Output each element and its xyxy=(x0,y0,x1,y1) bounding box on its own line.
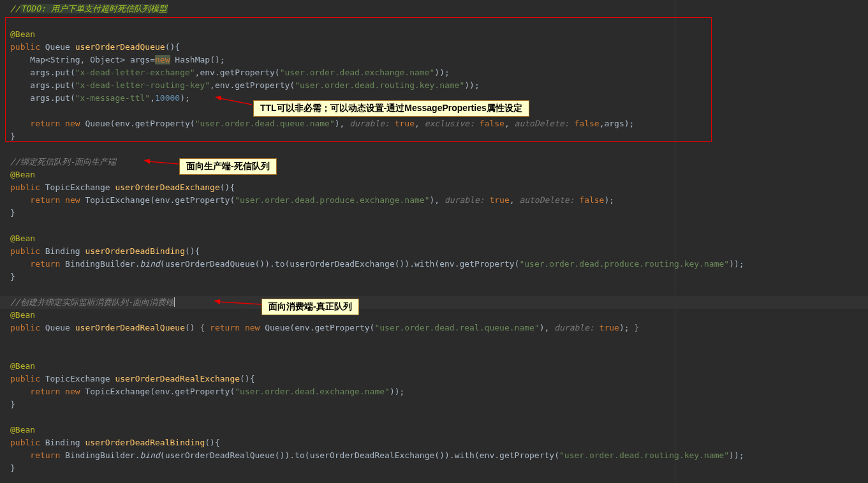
code-line[interactable] xyxy=(0,283,868,296)
kw: public xyxy=(10,246,40,256)
kw: new xyxy=(65,195,80,205)
type: Queue xyxy=(45,42,70,52)
code-line[interactable]: args.put("x-dead-letter-exchange",env.ge… xyxy=(0,66,868,79)
code-line[interactable]: } xyxy=(0,271,868,283)
annotation: @Bean xyxy=(10,29,35,39)
method-decl: userOrderDeadBinding xyxy=(85,246,185,256)
bool: false xyxy=(579,195,604,205)
code-line[interactable]: Map<String, Object> args=new HashMap(); xyxy=(0,54,868,66)
kw: return xyxy=(210,323,240,332)
annotation: @Bean xyxy=(10,361,35,371)
kw: return xyxy=(30,450,60,460)
method: to xyxy=(275,259,285,269)
code-line[interactable]: public TopicExchange userOrderDeadRealEx… xyxy=(0,373,868,385)
param-hint: durable: xyxy=(445,195,489,205)
method: getProperty xyxy=(314,323,369,332)
kw: new xyxy=(155,55,170,64)
method-decl: userOrderDeadRealQueue xyxy=(75,323,185,332)
code-line[interactable] xyxy=(0,334,868,347)
code-line[interactable]: @Bean xyxy=(0,309,868,322)
string: "user.order.dead.routing.key.name" xyxy=(295,80,464,90)
type: Map xyxy=(30,55,45,64)
code-line[interactable]: public Queue userOrderDeadRealQueue() { … xyxy=(0,322,868,334)
var: env xyxy=(155,195,170,205)
code-line[interactable]: @Bean xyxy=(0,168,868,181)
method: bind xyxy=(140,259,160,269)
code-line[interactable]: @Bean xyxy=(0,424,868,436)
type: BindingBuilder xyxy=(65,259,135,269)
code-line[interactable] xyxy=(0,347,868,360)
method: with xyxy=(455,450,474,460)
kw: public xyxy=(10,182,40,192)
kw: public xyxy=(10,323,40,332)
param-hint: autoDelete: xyxy=(515,119,575,128)
param-hint: autoDelete: xyxy=(519,195,579,205)
type: BindingBuilder xyxy=(65,450,135,460)
code-line[interactable] xyxy=(0,15,868,28)
method-decl: userOrderDeadQueue xyxy=(75,42,165,52)
code-line[interactable] xyxy=(0,143,868,156)
type: HashMap xyxy=(175,55,210,64)
bool: true xyxy=(489,195,509,205)
method: put xyxy=(55,80,70,90)
code-line[interactable]: args.put("x-dead-letter-routing-key",env… xyxy=(0,79,868,92)
var: env xyxy=(200,68,214,77)
code-line[interactable]: args.put("x-message-ttl",10000); xyxy=(0,92,868,105)
method: getProperty xyxy=(220,68,275,77)
method: getProperty xyxy=(459,259,514,269)
code-line[interactable]: } xyxy=(0,207,868,219)
method: userOrderDeadRealQueue xyxy=(165,450,275,460)
code-line[interactable] xyxy=(0,219,868,232)
code-line[interactable]: public Binding userOrderDeadBinding(){ xyxy=(0,245,868,258)
code-line[interactable]: public Queue userOrderDeadQueue(){ xyxy=(0,41,868,54)
bool: true xyxy=(395,119,415,128)
method: getProperty xyxy=(175,195,230,205)
code-line[interactable]: //创建并绑定实际监听消费队列-面向消费端 xyxy=(0,296,868,309)
method-decl: userOrderDeadRealBinding xyxy=(85,438,205,447)
code-line[interactable]: return new Queue(env.getProperty("user.o… xyxy=(0,117,868,130)
var: env xyxy=(215,80,230,90)
code-editor[interactable]: //TODO: 用户下单支付超时死信队列模型 @Bean public Queu… xyxy=(0,0,868,483)
code-line[interactable]: public TopicExchange userOrderDeadExchan… xyxy=(0,181,868,194)
method: getProperty xyxy=(135,119,190,128)
var: env xyxy=(439,259,454,269)
var: args xyxy=(130,55,150,64)
var: args xyxy=(604,119,624,128)
method: getProperty xyxy=(175,387,230,396)
number: 10000 xyxy=(155,93,180,103)
code-line[interactable]: @Bean xyxy=(0,360,868,373)
code-line[interactable] xyxy=(0,411,868,424)
code-line[interactable]: } xyxy=(0,398,868,411)
type: Queue xyxy=(45,323,70,332)
string: "user.order.dead.queue.name" xyxy=(195,119,335,128)
code-line[interactable]: @Bean xyxy=(0,232,868,245)
type: Queue xyxy=(85,119,110,128)
code-line[interactable]: } xyxy=(0,130,868,143)
code-line[interactable]: return BindingBuilder.bind(userOrderDead… xyxy=(0,449,868,462)
kw: return xyxy=(30,259,60,269)
var: env xyxy=(480,450,494,460)
type: TopicExchange xyxy=(45,374,110,383)
code-line[interactable]: public Binding userOrderDeadRealBinding(… xyxy=(0,436,868,449)
code-line[interactable]: return new TopicExchange(env.getProperty… xyxy=(0,385,868,398)
code-line[interactable] xyxy=(0,105,868,117)
code-line[interactable]: //TODO: 用户下单支付超时死信队列模型 xyxy=(0,3,868,15)
var: env xyxy=(295,323,309,332)
type: Binding xyxy=(45,246,80,256)
method: userOrderDeadRealExchange xyxy=(310,450,435,460)
string: "user.order.dead.exchange.name" xyxy=(280,68,435,77)
code-line[interactable]: return new TopicExchange(env.getProperty… xyxy=(0,194,868,207)
annotation: @Bean xyxy=(10,170,35,179)
code-line[interactable]: } xyxy=(0,462,868,475)
string: "user.order.dead.routing.key.name" xyxy=(559,450,729,460)
code-line[interactable]: @Bean xyxy=(0,28,868,41)
string: "x-message-ttl" xyxy=(75,93,150,103)
var: env xyxy=(155,387,170,396)
kw: public xyxy=(10,42,40,52)
method: userOrderDeadExchange xyxy=(290,259,394,269)
kw: return xyxy=(30,119,60,128)
type: TopicExchange xyxy=(85,387,150,396)
code-line[interactable]: //绑定死信队列-面向生产端 xyxy=(0,156,868,168)
method: put xyxy=(55,68,70,77)
code-line[interactable]: return BindingBuilder.bind(userOrderDead… xyxy=(0,258,868,271)
